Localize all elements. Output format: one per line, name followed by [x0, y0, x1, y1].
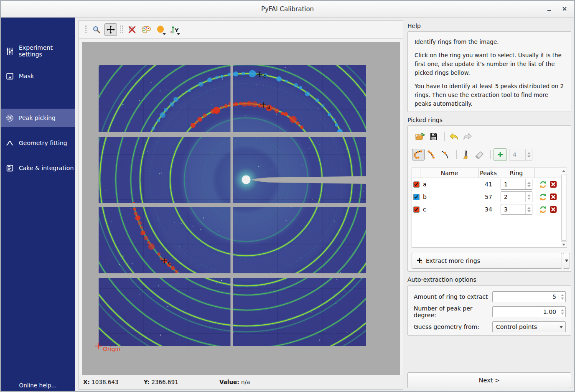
svg-text:Y: Y — [174, 27, 179, 33]
refresh-ring-icon[interactable] — [539, 193, 547, 201]
ring-peak-count: 34 — [479, 206, 498, 213]
check-icon — [414, 207, 419, 212]
origin-label: Origin — [103, 346, 120, 352]
redo-button[interactable] — [461, 131, 474, 143]
sidebar-item-experiment-settings[interactable]: Experiment settings — [1, 42, 75, 60]
ring-amount-row: Amount of ring to extract 5 — [414, 291, 566, 302]
sidebar-item-cake-integration[interactable]: Cake & integration — [1, 159, 75, 177]
guess-geometry-row: Guess geometry from: Control points — [414, 321, 566, 332]
scroll-up-icon[interactable] — [561, 168, 567, 174]
refresh-ring-icon[interactable] — [539, 181, 547, 188]
brush-tool-button[interactable] — [460, 149, 472, 160]
ring-visibility-checkbox[interactable] — [413, 206, 420, 213]
mask-icon — [6, 72, 14, 80]
online-help-link[interactable]: Online help... — [1, 382, 75, 389]
sliders-icon — [6, 47, 14, 55]
spin-arrows[interactable] — [525, 179, 532, 189]
save-peaks-button[interactable] — [427, 131, 440, 143]
refresh-ring-icon[interactable] — [539, 206, 547, 214]
next-button[interactable]: Next > — [407, 372, 571, 388]
sidebar-item-geometry-fitting[interactable]: Geometry fitting — [1, 134, 75, 152]
sidebar-item-peak-picking[interactable]: Peak picking — [1, 109, 75, 127]
ring-number-spinbox[interactable]: 1 — [501, 179, 532, 190]
dropdown-caret-icon — [163, 33, 166, 35]
undo-button[interactable] — [448, 131, 460, 143]
delete-ring-icon[interactable] — [550, 193, 557, 201]
table-row[interactable]: a 41 1 — [412, 178, 562, 191]
zoom-mode-button[interactable] — [90, 23, 103, 36]
arc-pick-tool-button[interactable] — [426, 149, 438, 160]
plot-status-bar: X: 1038.643 Y: 2366.691 Value: n/a — [79, 375, 403, 389]
ring-pick-tool-button[interactable] — [412, 149, 425, 160]
table-scrollbar[interactable] — [561, 168, 567, 248]
ring-visibility-checkbox[interactable] — [413, 194, 420, 200]
spin-arrows[interactable] — [525, 204, 532, 214]
picked-rings-box: 4 Name Peaks Ring number a 41 — [407, 125, 571, 272]
scroll-down-icon[interactable] — [561, 241, 567, 247]
spin-arrows[interactable] — [525, 192, 532, 202]
sidebar-item-label: Peak picking — [19, 115, 56, 121]
minimize-button[interactable] — [544, 4, 555, 14]
add-ring-button[interactable] — [494, 148, 507, 161]
ring-number-value: 2 — [504, 193, 508, 200]
y-axis-orientation-button[interactable]: 0 Y — [168, 23, 181, 36]
ring-peak-count: 41 — [479, 181, 498, 188]
delete-ring-icon[interactable] — [550, 206, 557, 213]
right-panel: Help Identify rings from the image. Clic… — [405, 18, 573, 391]
add-ring-number-spinbox[interactable]: 4 — [509, 149, 532, 160]
window-title: PyFAI Calibration — [1, 1, 574, 18]
peak-per-degree-spinbox[interactable]: 1.00 — [492, 306, 566, 317]
diffraction-canvas[interactable]: abcOrigin — [82, 42, 400, 375]
zoom-icon — [92, 25, 101, 34]
mask-color-button[interactable] — [154, 23, 167, 36]
load-peaks-button[interactable] — [414, 131, 426, 143]
cake-icon — [6, 164, 14, 172]
pan-mode-button[interactable] — [104, 23, 117, 36]
header-actions-col — [535, 168, 561, 178]
spin-arrows[interactable] — [525, 149, 532, 160]
table-header: Name Peaks Ring number — [412, 168, 562, 178]
sidebar-item-mask[interactable]: Mask — [1, 67, 75, 85]
delete-ring-icon[interactable] — [550, 181, 557, 188]
peak-group-label: a — [267, 104, 270, 110]
point-pick-tool-button[interactable] — [440, 149, 452, 160]
minimize-icon — [547, 6, 552, 12]
check-icon — [414, 182, 419, 187]
ring-number-spinbox[interactable]: 2 — [501, 191, 532, 202]
guess-geometry-value: Control points — [496, 323, 537, 330]
header-peaks: Peaks — [479, 168, 498, 178]
eraser-tool-button[interactable] — [473, 149, 486, 160]
guess-geometry-combobox[interactable]: Control points — [492, 321, 566, 332]
ring-visibility-checkbox[interactable] — [413, 181, 420, 188]
spin-arrows[interactable] — [559, 292, 565, 302]
ring-amount-spinbox[interactable]: 5 — [492, 291, 566, 302]
help-paragraph: Identify rings from the image. — [415, 38, 564, 46]
help-paragraph: Click on the ring you want to select. Us… — [415, 51, 564, 77]
extract-more-rings-label: Extract more rings — [426, 257, 480, 264]
extract-more-rings-dropdown[interactable] — [563, 253, 570, 269]
toolbar-grip[interactable] — [120, 25, 123, 34]
reset-zoom-button[interactable] — [126, 23, 138, 36]
eraser-icon — [475, 150, 485, 159]
spin-up-icon[interactable] — [527, 152, 531, 154]
close-icon — [562, 6, 567, 12]
colormap-button[interactable] — [140, 23, 153, 36]
table-row[interactable]: c 34 3 — [412, 203, 562, 216]
help-paragraph: You have to identify at least 5 peaks di… — [415, 82, 564, 108]
redo-icon — [463, 132, 473, 141]
ring-number-spinbox[interactable]: 3 — [501, 204, 532, 215]
toolbar-grip[interactable] — [84, 25, 87, 34]
close-button[interactable] — [559, 4, 570, 14]
toolbar-separator — [444, 132, 445, 141]
plot-widget: 0 Y — [79, 20, 403, 389]
reset-zoom-icon — [127, 25, 137, 34]
ring-name: b — [420, 193, 479, 200]
scrollbar-thumb[interactable] — [561, 175, 566, 241]
brush-icon — [461, 150, 471, 160]
toolbar-separator — [456, 150, 457, 159]
spin-arrows[interactable] — [559, 307, 565, 317]
extract-more-rings-button[interactable]: Extract more rings — [412, 253, 562, 269]
title-bar: PyFAI Calibration — [1, 1, 574, 18]
table-row[interactable]: b 57 2 — [412, 191, 562, 203]
spin-down-icon[interactable] — [527, 155, 531, 158]
